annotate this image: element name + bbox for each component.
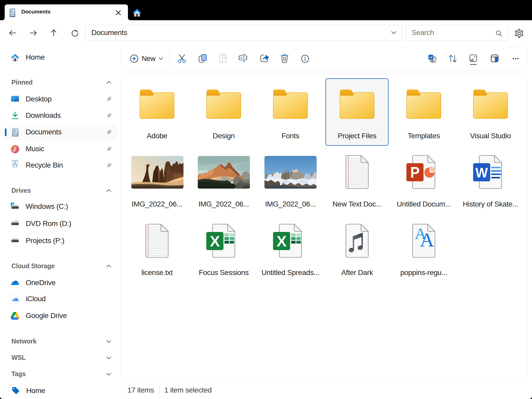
svg-text:P: P xyxy=(410,164,420,181)
svg-text:W: W xyxy=(475,165,488,180)
svg-text:A: A xyxy=(420,229,434,251)
svg-text:X: X xyxy=(277,233,287,250)
svg-text:X: X xyxy=(210,233,220,250)
